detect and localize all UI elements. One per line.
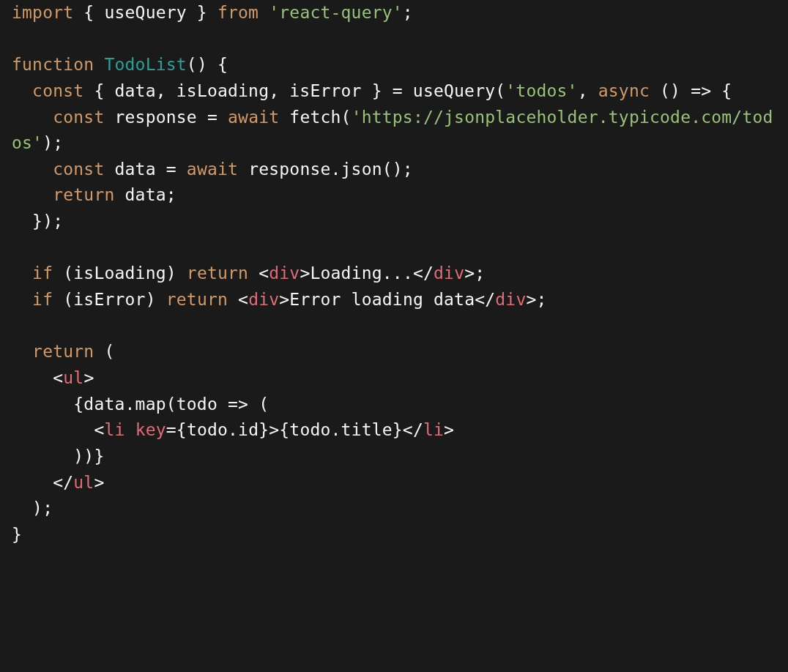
- code-token-kw: async: [598, 81, 650, 100]
- code-token-tag: ul: [63, 368, 83, 387]
- code-token-txt: (: [94, 342, 114, 361]
- code-token-tag: div: [495, 290, 526, 309]
- code-token-txt: { useQuery }: [73, 3, 218, 22]
- code-token-txt: }: [12, 525, 22, 544]
- code-token-kw: function: [12, 55, 94, 74]
- code-token-str: 'react-query': [269, 3, 403, 22]
- code-token-txt: [12, 290, 32, 309]
- code-token-txt: [125, 420, 135, 439]
- code-token-kw: const: [53, 160, 104, 179]
- code-token-tag: div: [248, 290, 279, 309]
- code-token-txt: (isError): [53, 290, 166, 309]
- code-token-txt: >Error loading data</: [279, 290, 495, 309]
- code-token-tag: ul: [73, 473, 94, 492]
- code-token-fn: TodoList: [104, 55, 186, 74]
- code-token-txt: [94, 55, 104, 74]
- code-token-txt: { data, isLoading, isError } = useQuery(: [83, 81, 505, 100]
- code-token-txt: ,: [578, 81, 598, 100]
- code-token-txt: (isLoading): [53, 264, 187, 283]
- code-token-kw: if: [32, 290, 53, 309]
- code-token-txt: });: [12, 212, 63, 231]
- code-token-txt: {data.map(todo => (: [12, 395, 269, 414]
- code-token-txt: </: [12, 473, 73, 492]
- code-token-kw: return: [166, 290, 228, 309]
- code-token-txt: fetch(: [279, 108, 351, 127]
- code-token-txt: <: [228, 290, 248, 309]
- code-token-txt: response =: [104, 108, 228, 127]
- code-token-fr: from: [218, 3, 259, 22]
- code-token-txt: [12, 81, 32, 100]
- code-token-txt: >;: [526, 290, 546, 309]
- code-token-kw: import: [12, 3, 73, 22]
- code-token-txt: () {: [187, 55, 228, 74]
- code-token-txt: [12, 264, 32, 283]
- code-token-txt: >: [83, 368, 94, 387]
- code-token-txt: ={todo.id}>{todo.title}</: [166, 420, 423, 439]
- code-token-txt: [259, 3, 269, 22]
- code-token-kw: return: [53, 185, 114, 204]
- code-token-txt: <: [12, 420, 104, 439]
- code-token-txt: <: [12, 368, 63, 387]
- code-token-txt: );: [12, 499, 53, 518]
- code-token-tag: div: [269, 264, 300, 283]
- code-token-tag: li: [104, 420, 124, 439]
- code-token-txt: () => {: [650, 81, 732, 100]
- code-block: import { useQuery } from 'react-query'; …: [0, 0, 788, 548]
- code-token-txt: response.json();: [238, 160, 413, 179]
- code-token-kw: const: [32, 81, 83, 100]
- code-token-kw: const: [53, 108, 104, 127]
- code-token-kw: await: [228, 108, 279, 127]
- code-token-kw: return: [32, 342, 94, 361]
- code-token-txt: ))}: [12, 447, 104, 466]
- code-token-txt: >Loading...</: [300, 264, 434, 283]
- code-token-tag: div: [434, 264, 464, 283]
- code-token-txt: >: [94, 473, 104, 492]
- code-token-txt: <: [248, 264, 269, 283]
- code-token-txt: [12, 108, 53, 127]
- code-token-tag: key: [135, 420, 166, 439]
- code-token-txt: >: [444, 420, 454, 439]
- code-token-txt: [12, 342, 32, 361]
- code-token-kw: return: [187, 264, 248, 283]
- code-token-str: 'todos': [505, 81, 577, 100]
- code-token-txt: [12, 185, 53, 204]
- code-token-txt: data =: [104, 160, 186, 179]
- code-token-kw: if: [32, 264, 53, 283]
- code-token-kw: await: [187, 160, 238, 179]
- code-token-txt: >;: [464, 264, 485, 283]
- code-token-txt: );: [42, 133, 63, 152]
- code-token-txt: [12, 160, 53, 179]
- code-token-txt: ;: [403, 3, 413, 22]
- code-token-txt: data;: [115, 185, 176, 204]
- code-token-tag: li: [423, 420, 444, 439]
